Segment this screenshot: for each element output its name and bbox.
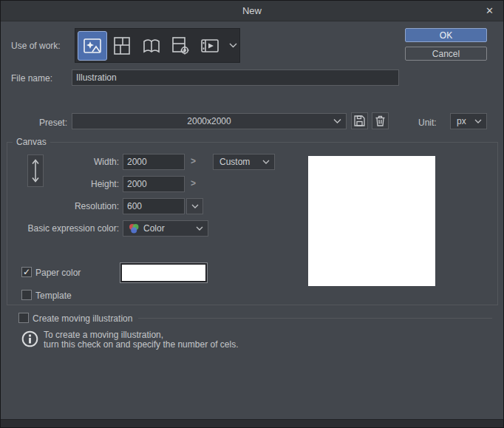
chevron-down-icon — [262, 160, 270, 164]
size-preset-dropdown[interactable]: Custom — [213, 154, 275, 170]
basic-expression-color-label: Basic expression color: — [11, 223, 119, 234]
size-preset-value: Custom — [214, 157, 250, 167]
paper-color-checkbox[interactable]: ✓ — [21, 267, 32, 277]
preset-dropdown[interactable]: 2000x2000 — [72, 113, 347, 129]
height-input[interactable] — [123, 176, 185, 192]
trash-icon — [374, 115, 386, 127]
paper-color-swatch[interactable] — [120, 263, 207, 282]
file-name-label: File name: — [11, 73, 52, 84]
moving-illustration-info-line1: To create a moving illustration, — [44, 330, 163, 340]
resolution-label: Resolution: — [67, 201, 119, 211]
chevron-down-icon — [191, 204, 199, 208]
canvas-group-label: Canvas — [13, 137, 50, 147]
unit-label: Unit: — [418, 118, 437, 128]
moving-illustration-info-line2: turn this check on and specify the numbe… — [44, 339, 238, 350]
swap-width-height-icon — [30, 158, 41, 183]
ok-button[interactable]: OK — [405, 28, 487, 42]
unit-value: px — [451, 116, 466, 126]
delete-preset-button[interactable] — [372, 112, 389, 129]
info-icon — [21, 330, 38, 347]
comic-settings-icon — [170, 35, 191, 56]
canvas-preview — [308, 156, 435, 286]
create-moving-illustration-checkbox[interactable] — [18, 313, 29, 323]
preset-value: 2000x2000 — [187, 116, 231, 126]
chevron-down-icon — [196, 226, 203, 231]
multiple-pages-icon — [141, 35, 162, 56]
width-label: Width: — [75, 157, 119, 167]
chevron-down-icon — [474, 119, 482, 123]
use-of-work-chevron-down-icon[interactable] — [229, 43, 237, 48]
chevron-down-icon — [333, 119, 341, 124]
use-of-work-illustration-button[interactable] — [78, 31, 107, 61]
use-of-work-comic-button[interactable] — [107, 31, 137, 61]
title-bar[interactable]: New ✕ — [1, 1, 503, 21]
window-bottom-edge — [1, 419, 504, 428]
width-input[interactable] — [123, 154, 185, 170]
file-name-input[interactable] — [72, 69, 399, 86]
divider — [138, 318, 492, 319]
preset-label: Preset: — [16, 118, 67, 128]
paper-color-label: Paper color — [35, 268, 81, 278]
use-of-work-multiple-pages-button[interactable] — [137, 31, 166, 61]
width-link-icon: > — [191, 156, 196, 166]
comic-icon — [112, 35, 132, 56]
height-link-icon: > — [191, 178, 196, 188]
animation-icon — [200, 35, 220, 56]
save-preset-icon — [353, 115, 366, 127]
template-label: Template — [35, 291, 72, 301]
new-document-dialog: New ✕ Use of work: — [0, 0, 504, 428]
resolution-dropdown-button[interactable] — [186, 198, 203, 214]
height-label: Height: — [75, 179, 119, 189]
basic-expression-color-dropdown[interactable]: Color — [123, 220, 208, 237]
unit-dropdown[interactable]: px — [450, 113, 487, 129]
create-moving-illustration-label: Create moving illustration — [33, 313, 132, 324]
template-checkbox[interactable] — [21, 290, 32, 300]
cancel-button[interactable]: Cancel — [405, 47, 487, 61]
check-icon: ✓ — [23, 268, 30, 276]
close-icon[interactable]: ✕ — [486, 1, 494, 21]
basic-expression-color-value: Color — [140, 223, 165, 234]
save-preset-button[interactable] — [351, 112, 368, 129]
use-of-work-strip — [75, 28, 240, 63]
swap-width-height-button[interactable] — [27, 154, 44, 187]
use-of-work-label: Use of work: — [11, 41, 61, 51]
use-of-work-all-comic-settings-button[interactable] — [166, 31, 195, 61]
illustration-icon — [82, 35, 103, 56]
resolution-input[interactable] — [123, 198, 185, 214]
color-mode-icon — [128, 223, 140, 234]
use-of-work-animation-button[interactable] — [195, 31, 225, 61]
dialog-title: New — [1, 1, 503, 21]
